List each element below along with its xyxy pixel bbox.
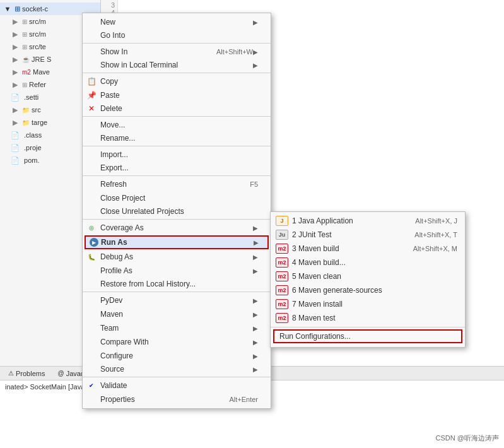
menu-item-debug-as[interactable]: 🐛 Debug As ▶ <box>83 250 271 264</box>
menu-item-source[interactable]: Source ▶ <box>83 363 271 377</box>
ref-icon: ▶ <box>10 80 20 90</box>
menu-item-new[interactable]: New ▶ <box>83 15 271 29</box>
menu-item-properties[interactable]: Properties Alt+Enter <box>83 392 271 406</box>
submenu-arrow-team: ▶ <box>253 325 258 332</box>
menu-item-paste[interactable]: 📌 Paste <box>83 88 271 102</box>
menu-item-show-in[interactable]: Show In Alt+Shift+W ▶ <box>83 45 271 59</box>
submenu-run-as: J 1 Java Application Alt+Shift+X, J Ju 2… <box>270 211 466 348</box>
menu-item-pydev[interactable]: PyDev ▶ <box>83 293 271 307</box>
menu-item-coverage-as[interactable]: ◎ Coverage As ▶ <box>83 221 271 235</box>
copy-icon: 📋 <box>86 76 97 86</box>
menu-item-run-as[interactable]: ▶ Run As ▶ <box>85 235 269 249</box>
submenu-item-java-app[interactable]: J 1 Java Application Alt+Shift+X, J <box>271 214 465 228</box>
java-app-icon: J <box>276 216 288 226</box>
submenu-arrow-run: ▶ <box>254 239 259 246</box>
menu-item-close-project[interactable]: Close Project <box>83 191 271 205</box>
junit-icon: Ju <box>276 230 288 240</box>
src-icon: ▶ <box>10 16 20 27</box>
target-icon: ▶ <box>10 117 20 127</box>
submenu-arrow-debug: ▶ <box>253 254 258 261</box>
menu-item-show-local-terminal[interactable]: Show in Local Terminal ▶ <box>83 59 271 73</box>
run-icon: ▶ <box>90 238 98 247</box>
menu-item-maven[interactable]: Maven ▶ <box>83 307 271 321</box>
menu-item-copy[interactable]: 📋 Copy <box>83 74 271 88</box>
menu-item-go-into[interactable]: Go Into <box>83 29 271 44</box>
submenu-item-maven-clean[interactable]: m2 5 Maven clean <box>271 269 465 283</box>
folder-icon: ▼ <box>3 4 13 14</box>
coverage-icon: ◎ <box>86 223 97 233</box>
maven-build2-icon: m2 <box>276 257 288 268</box>
submenu-item-maven-build[interactable]: m2 3 Maven build Alt+Shift+X, M <box>271 242 465 256</box>
menu-item-rename[interactable]: Rename... <box>83 132 271 146</box>
submenu-arrow-compare: ▶ <box>253 339 258 346</box>
maven-icon: ▶ <box>10 67 20 77</box>
submenu-separator <box>271 327 465 327</box>
debug-icon: 🐛 <box>86 252 97 262</box>
submenu-arrow-terminal: ▶ <box>253 62 258 69</box>
javadoc-icon: @ <box>57 370 64 377</box>
menu-item-close-unrelated[interactable]: Close Unrelated Projects <box>83 205 271 220</box>
maven-build-icon: m2 <box>276 244 288 254</box>
tab-problems[interactable]: ⚠ Problems <box>3 367 50 380</box>
submenu-arrow-maven: ▶ <box>253 311 258 318</box>
menu-item-team[interactable]: Team ▶ <box>83 321 271 335</box>
menu-item-restore[interactable]: Restore from Local History... <box>83 278 271 292</box>
paste-icon: 📌 <box>86 90 97 100</box>
submenu-item-run-config[interactable]: Run Configurations... <box>273 329 462 343</box>
menu-item-configure[interactable]: Configure ▶ <box>83 349 271 363</box>
settings-icon: 📄 <box>10 92 20 102</box>
submenu-arrow-new: ▶ <box>253 19 258 26</box>
menu-item-export[interactable]: Export... <box>83 162 271 176</box>
menu-item-move[interactable]: Move... <box>83 118 271 132</box>
validate-icon: ✔ <box>86 380 97 391</box>
submenu-arrow-profile: ▶ <box>253 268 258 274</box>
pom-icon: 📄 <box>10 155 20 165</box>
submenu-arrow-pydev: ▶ <box>253 297 258 304</box>
submenu-arrow-coverage: ▶ <box>253 225 258 232</box>
menu-item-refresh[interactable]: Refresh F5 <box>83 177 271 191</box>
submenu-arrow-show-in: ▶ <box>253 49 258 56</box>
menu-item-validate[interactable]: ✔ Validate <box>83 379 271 392</box>
submenu-item-maven-test[interactable]: m2 8 Maven test <box>271 311 465 325</box>
maven-gen-icon: m2 <box>276 285 288 295</box>
submenu-item-maven-build2[interactable]: m2 4 Maven build... <box>271 256 465 269</box>
menu-item-compare-with[interactable]: Compare With ▶ <box>83 335 271 349</box>
watermark: CSDN @听海边涛声 <box>436 433 499 443</box>
submenu-item-junit[interactable]: Ju 2 JUnit Test Alt+Shift+X, T <box>271 228 465 242</box>
delete-icon: ✕ <box>86 103 97 114</box>
submenu-item-maven-generate[interactable]: m2 6 Maven generate-sources <box>271 283 465 297</box>
maven-install-icon: m2 <box>276 299 288 309</box>
menu-item-profile-as[interactable]: Profile As ▶ <box>83 264 271 278</box>
submenu-arrow-source: ▶ <box>253 366 258 373</box>
maven-clean-icon: m2 <box>276 271 288 281</box>
src-folder-icon: ▶ <box>10 105 20 115</box>
menu-item-import[interactable]: Import... <box>83 148 271 162</box>
src-icon2: ▶ <box>10 29 20 39</box>
problems-icon: ⚠ <box>8 370 14 377</box>
src-icon3: ▶ <box>10 42 20 52</box>
submenu-item-maven-install[interactable]: m2 7 Maven install <box>271 297 465 311</box>
menu-item-delete[interactable]: ✕ Delete <box>83 102 271 117</box>
class-icon: 📄 <box>10 130 20 140</box>
submenu-arrow-configure: ▶ <box>253 353 258 360</box>
proje-icon: 📄 <box>10 143 20 153</box>
context-menu: New ▶ Go Into Show In Alt+Shift+W ▶ Show… <box>82 13 271 409</box>
jre-icon: ▶ <box>10 54 20 64</box>
maven-test-icon: m2 <box>276 313 288 323</box>
